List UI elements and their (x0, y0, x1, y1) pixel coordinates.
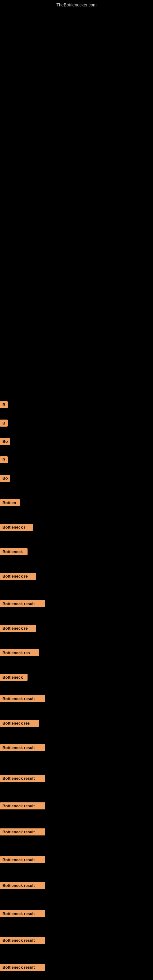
bottleneck-result-label: Bottlen (0, 499, 20, 506)
bottleneck-result-label: Bottleneck result (0, 937, 45, 944)
bottleneck-result-label: B (0, 420, 8, 426)
bottleneck-result-label: Bottleneck result (0, 882, 45, 889)
bottleneck-result-label: Bottleneck result (0, 695, 45, 702)
bottleneck-result-label: Bottleneck (0, 674, 27, 681)
site-title: TheBottlenecker.com (56, 2, 97, 7)
bottleneck-result-label: Bottleneck result (0, 802, 45, 810)
bottleneck-result-label: Bottleneck result (0, 744, 45, 751)
bottleneck-result-label: Bottleneck result (0, 775, 45, 782)
bottleneck-result-label: Bottleneck re (0, 625, 36, 632)
bottleneck-result-label: Bottleneck res (0, 649, 39, 656)
bottleneck-result-label: Bottleneck (0, 548, 27, 555)
bottleneck-result-label: B (0, 401, 8, 408)
bottleneck-result-label: Bottleneck result (0, 910, 45, 917)
bottleneck-result-label: Bottleneck re (0, 573, 36, 580)
bottleneck-result-label: Bottleneck result (0, 600, 45, 607)
bottleneck-result-label: Bottleneck result (0, 829, 45, 835)
bottleneck-result-label: Bottleneck result (0, 964, 45, 971)
bottleneck-result-label: Bottleneck r (0, 524, 33, 531)
bottleneck-result-label: Bo (0, 438, 10, 445)
bottleneck-result-label: Bottleneck result (0, 856, 45, 863)
bottleneck-result-label: Bo (0, 475, 10, 482)
bottleneck-result-label: B (0, 456, 8, 463)
bottleneck-result-label: Bottleneck res (0, 720, 39, 727)
